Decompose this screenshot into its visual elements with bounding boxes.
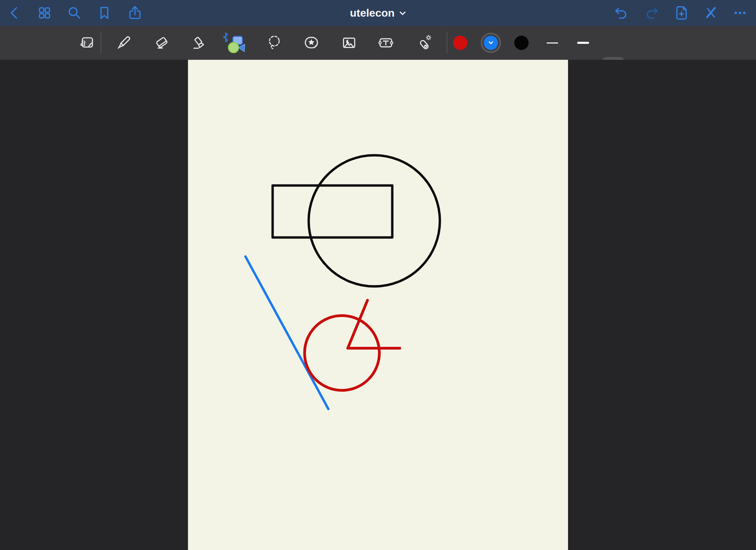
pen-tool-icon: [116, 34, 133, 51]
document-title: utelecon: [350, 7, 395, 19]
lasso-tool-icon: [266, 34, 283, 51]
eraser-tool-button[interactable]: [152, 33, 172, 53]
search-button[interactable]: [65, 4, 84, 22]
shapes-tool-icon: [223, 32, 251, 54]
sparkle-glyph: [426, 35, 431, 40]
ink-stroke: [273, 185, 392, 237]
thumbnails-button[interactable]: [35, 4, 54, 22]
svg-text:a: a: [80, 37, 85, 48]
ink-stroke: [309, 155, 440, 286]
search-icon: [66, 5, 83, 21]
highlighter-tool-button[interactable]: [190, 33, 209, 53]
ink-stroke: [348, 300, 400, 348]
shape-circle: [228, 42, 239, 53]
thickness-thin-button[interactable]: [543, 33, 562, 53]
goodnotes-app: { "app": { "title": "utelecon" }, "topba…: [0, 0, 756, 550]
toolbar-divider: [101, 32, 101, 53]
ink-stroke: [245, 256, 328, 409]
red-swatch-circle: [453, 36, 467, 50]
color-swatch-red[interactable]: [450, 33, 470, 53]
canvas-area: [0, 60, 756, 550]
redo-button[interactable]: [642, 4, 661, 22]
shape-triangle: [239, 45, 245, 52]
share-button[interactable]: [126, 4, 144, 22]
chevron-down-icon: [399, 10, 406, 16]
laser-pointer-tool-icon: [416, 34, 433, 51]
ink-layer: [188, 60, 568, 550]
drawing-toolbar: a: [0, 26, 756, 60]
toolbar-divider: [447, 32, 447, 53]
laser-pointer-tool-button[interactable]: [415, 33, 435, 53]
image-tool-button[interactable]: [339, 33, 359, 53]
notebook-page[interactable]: [188, 60, 568, 550]
medium-stroke-preview: [577, 42, 589, 44]
thumbnails-grid-icon: [36, 5, 53, 21]
redo-icon: [643, 5, 660, 21]
elements-tool-button[interactable]: [302, 33, 321, 53]
eraser-tool-icon: [153, 34, 170, 51]
close-pen-mode-icon: [703, 5, 719, 21]
blue-swatch-circle: [484, 36, 498, 50]
black-swatch-circle: [514, 36, 529, 50]
add-page-icon: [673, 5, 690, 21]
color-swatch-blue-selected[interactable]: [481, 33, 501, 53]
bookmark-icon: [96, 5, 113, 21]
more-options-button[interactable]: [731, 4, 749, 22]
share-icon: [127, 5, 143, 21]
back-icon: [6, 5, 23, 21]
thin-stroke-preview: [547, 42, 558, 43]
shapes-tool-button[interactable]: [222, 31, 252, 54]
star-glyph: [308, 39, 314, 45]
text-tool-button[interactable]: [376, 33, 396, 53]
undo-icon: [613, 5, 630, 21]
ink-stroke: [305, 316, 379, 390]
zoom-window-tool-icon: a: [79, 34, 96, 51]
more-ellipsis-icon: [732, 5, 748, 21]
add-page-button[interactable]: [672, 4, 691, 22]
elements-tool-icon: [303, 34, 320, 51]
lasso-tool-button[interactable]: [264, 33, 284, 53]
bluetooth-icon: [224, 33, 228, 42]
highlighter-tool-icon: [191, 34, 208, 51]
close-pen-mode-button[interactable]: [702, 4, 720, 22]
color-swatch-black[interactable]: [512, 33, 531, 53]
zoom-window-tool-button[interactable]: a: [77, 33, 97, 53]
document-title-button[interactable]: utelecon: [350, 7, 406, 19]
bookmark-button[interactable]: [95, 4, 114, 22]
chevron-down-icon: [487, 40, 494, 46]
pen-tool-button[interactable]: [115, 33, 134, 53]
undo-button[interactable]: [612, 4, 631, 22]
top-navigation-bar: utelecon: [0, 0, 756, 26]
text-tool-icon: [377, 34, 394, 51]
back-button[interactable]: [5, 4, 24, 22]
image-tool-icon: [341, 34, 358, 51]
thickness-medium-button[interactable]: [573, 33, 593, 53]
